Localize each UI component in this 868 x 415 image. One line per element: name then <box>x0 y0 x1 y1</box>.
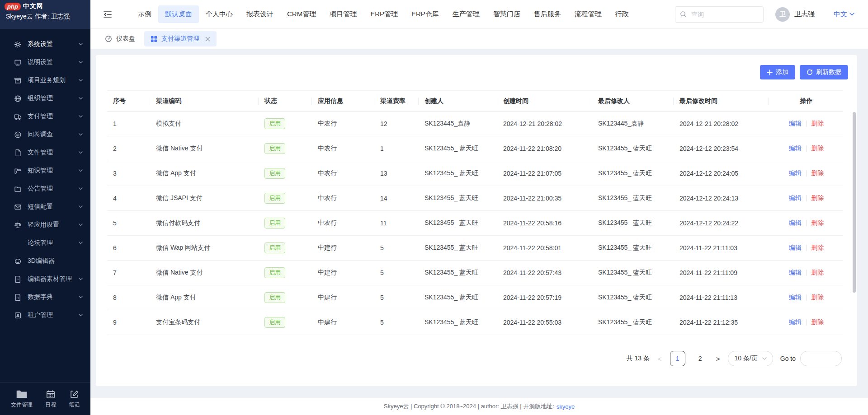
status-badge: 启用 <box>264 193 285 204</box>
pagination-next-icon[interactable]: > <box>715 355 721 363</box>
sidebar-item-knowledge-management[interactable]: 知识管理 <box>0 162 90 180</box>
cell-channel-code: 微信 JSAPI 支付 <box>150 186 259 211</box>
cell-status: 启用 <box>259 211 312 236</box>
cell-app-info: 中建行 <box>312 261 374 285</box>
footer-skyeye-link[interactable]: skyeye <box>557 403 575 410</box>
sidebar-item-label: 说明设置 <box>28 58 79 66</box>
sidebar-item-tenant-management[interactable]: 租户管理 <box>0 306 90 324</box>
edit-link[interactable]: 编辑 <box>789 269 802 276</box>
edit-link[interactable]: 编辑 <box>789 145 802 152</box>
sidebar-item-announcement-management[interactable]: 公告管理 <box>0 180 90 198</box>
chevron-down-icon <box>762 357 767 360</box>
sidebar-item-file-management[interactable]: 文件管理 <box>0 144 90 162</box>
refresh-data-button[interactable]: 刷新数据 <box>800 65 848 79</box>
cell-actions: 编辑|删除 <box>769 310 843 335</box>
cell-create-time: 2024-11-22 20:57:19 <box>497 285 592 310</box>
sidebar-item-data-dictionary[interactable]: R 数据字典 <box>0 288 90 306</box>
sidebar-item-editor-material-management[interactable]: P 编辑器素材管理 <box>0 270 90 288</box>
svg-text:P: P <box>16 278 19 281</box>
delete-link[interactable]: 删除 <box>811 269 824 276</box>
delete-link[interactable]: 删除 <box>811 318 824 326</box>
sidebar-menu: 系统设置 说明设置 项目业务规划 组织管理 支付管理 <box>0 29 90 324</box>
edit-link[interactable]: 编辑 <box>789 120 802 127</box>
nav-item-process-management[interactable]: 流程管理 <box>568 5 609 23</box>
cell-rate: 1 <box>374 136 419 161</box>
nav-item-personal-center[interactable]: 个人中心 <box>199 5 240 23</box>
sidebar-footer: 文件管理 日程 笔记 <box>0 382 90 415</box>
delete-link[interactable]: 删除 <box>811 244 824 251</box>
nav-item-project-management[interactable]: 项目管理 <box>323 5 363 23</box>
svg-text:R: R <box>16 296 19 299</box>
cell-rate: 5 <box>374 236 419 261</box>
status-badge: 启用 <box>264 242 285 253</box>
sidebar-item-payment-management[interactable]: 支付管理 <box>0 107 90 126</box>
sidebar-item-system-settings[interactable]: 系统设置 <box>0 35 90 53</box>
cell-create-time: 2024-11-22 20:55:03 <box>497 310 592 335</box>
username: 卫志强 <box>794 10 815 19</box>
edit-link[interactable]: 编辑 <box>789 219 802 226</box>
status-badge: 启用 <box>264 317 285 328</box>
sidebar-footer-file-management[interactable]: 文件管理 <box>11 390 33 409</box>
pagination-page-2[interactable]: 2 <box>693 351 708 366</box>
cell-actions: 编辑|删除 <box>769 112 843 136</box>
sidebar-item-light-app-settings[interactable]: 轻应用设置 <box>0 216 90 234</box>
sidebar-item-3d-editor[interactable]: 3D编辑器 <box>0 252 90 270</box>
nav-item-erp-management[interactable]: ERP管理 <box>363 5 405 23</box>
user-menu[interactable]: 卫 卫志强 <box>775 7 815 22</box>
global-search[interactable] <box>675 6 764 23</box>
sidebar-item-description-settings[interactable]: 说明设置 <box>0 53 90 71</box>
close-icon[interactable] <box>205 37 210 42</box>
language-switcher[interactable]: 中文 <box>834 10 854 19</box>
col-header-seq: 序号 <box>107 91 150 112</box>
sidebar-item-project-business-planning[interactable]: 项目业务规划 <box>0 71 90 89</box>
avatar: 卫 <box>775 7 790 22</box>
edit-link[interactable]: 编辑 <box>789 318 802 326</box>
nav-item-default-desktop[interactable]: 默认桌面 <box>158 5 199 23</box>
nav-item-report-design[interactable]: 报表设计 <box>240 5 280 23</box>
sidebar-item-organization-management[interactable]: 组织管理 <box>0 89 90 107</box>
edit-link[interactable]: 编辑 <box>789 294 802 301</box>
sidebar-item-label: 系统设置 <box>28 40 79 48</box>
page-size-select[interactable]: 10 条/页 <box>728 351 773 366</box>
nav-item-production-management[interactable]: 生产管理 <box>446 5 486 23</box>
nav-item-erp-warehouse[interactable]: ERP仓库 <box>405 5 446 23</box>
cell-modifier: SK123455_ 蓝天旺 <box>592 310 674 335</box>
sidebar-footer-schedule[interactable]: 日程 <box>45 390 56 409</box>
add-button[interactable]: 添加 <box>760 65 795 79</box>
sidebar-item-questionnaire-survey[interactable]: 问卷调查 <box>0 126 90 144</box>
edit-link[interactable]: 编辑 <box>789 194 802 201</box>
sidebar-item-forum-management[interactable]: 论坛管理 <box>0 234 90 252</box>
tab-payment-channel-management[interactable]: 支付渠道管理 <box>144 31 217 47</box>
delete-link[interactable]: 删除 <box>811 219 824 226</box>
delete-link[interactable]: 删除 <box>811 194 824 201</box>
cell-create-time: 2024-11-22 20:58:16 <box>497 211 592 236</box>
cell-creator: SK123455_ 蓝天旺 <box>419 136 497 161</box>
tab-dashboard[interactable]: 仪表盘 <box>99 31 142 47</box>
pagination-prev-icon[interactable]: < <box>657 355 663 363</box>
nav-item-after-sales[interactable]: 售后服务 <box>527 5 568 23</box>
delete-link[interactable]: 删除 <box>811 169 824 177</box>
cell-app-info: 中建行 <box>312 310 374 335</box>
table-row: 7 微信 Native 支付 启用 中建行 5 SK123455_ 蓝天旺 20… <box>107 261 843 285</box>
cell-app-info: 中建行 <box>312 285 374 310</box>
nav-item-crm[interactable]: CRM管理 <box>280 5 323 23</box>
table-row: 5 微信付款码支付 启用 中农行 11 SK123455_ 蓝天旺 2024-1… <box>107 211 843 236</box>
pagination: 共 13 条 < 1 2 > 10 条/页 Go to <box>107 351 848 366</box>
nav-item-administration[interactable]: 行政 <box>609 5 636 23</box>
sidebar-item-sms-config[interactable]: 短信配置 <box>0 198 90 216</box>
cell-rate: 5 <box>374 285 419 310</box>
edit-link[interactable]: 编辑 <box>789 169 802 177</box>
pagination-page-1[interactable]: 1 <box>670 351 685 366</box>
delete-link[interactable]: 删除 <box>811 145 824 152</box>
table-scrollbar-thumb[interactable] <box>853 112 856 293</box>
sidebar-footer-notes[interactable]: 笔记 <box>69 390 80 409</box>
search-input[interactable] <box>690 10 759 19</box>
collapse-sidebar-icon[interactable] <box>103 10 112 19</box>
nav-item-examples[interactable]: 示例 <box>131 5 158 23</box>
nav-item-smart-store[interactable]: 智慧门店 <box>486 5 527 23</box>
delete-link[interactable]: 删除 <box>811 120 824 127</box>
delete-link[interactable]: 删除 <box>811 294 824 301</box>
edit-link[interactable]: 编辑 <box>789 244 802 251</box>
goto-page-input[interactable] <box>800 351 842 366</box>
sidebar-item-label: 文件管理 <box>28 149 79 157</box>
